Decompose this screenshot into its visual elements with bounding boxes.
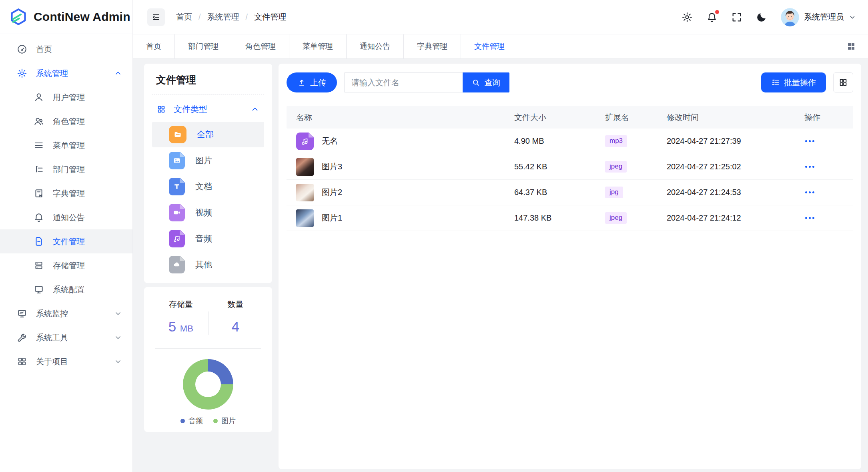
gear-icon (17, 68, 27, 78)
sidebar-item-about-project[interactable]: 关于项目 (0, 349, 132, 374)
tab-label: 部门管理 (188, 41, 219, 52)
search-input[interactable] (344, 72, 463, 92)
count-value: 4 (208, 319, 263, 335)
table-row[interactable]: 无名 4.90 MB mp3 2024-04-27 21:27:39 (287, 129, 853, 154)
monitor-icon (34, 284, 44, 295)
sidebar-item-user-management[interactable]: 用户管理 (0, 85, 132, 109)
col-header-size: 文件大小 (514, 112, 605, 123)
tab-home[interactable]: 首页 (133, 34, 175, 58)
top-header: 首页 / 系统管理 / 文件管理 (133, 0, 868, 34)
menu-lines-icon (34, 140, 44, 151)
sidebar-item-system-tools[interactable]: 系统工具 (0, 325, 132, 349)
sidebar-item-system-monitor[interactable]: 系统监控 (0, 301, 132, 325)
image-thumbnail (296, 209, 314, 227)
tab-file[interactable]: 文件管理 (461, 34, 518, 58)
row-actions-button[interactable] (804, 189, 815, 196)
col-header-name: 名称 (287, 112, 514, 123)
music-file-icon (169, 230, 185, 247)
tab-label: 通知公告 (360, 41, 390, 52)
file-time: 2024-04-27 21:24:53 (667, 188, 804, 197)
sidebar-item-system-config[interactable]: 系统配置 (0, 277, 132, 301)
tab-actions-grid-icon[interactable] (843, 38, 859, 54)
table-row[interactable]: 图片2 64.37 KB jpg 2024-04-27 21:24:53 (287, 180, 853, 205)
storage-stats-card: 存储量 5 MB 数量 4 音频 图片 (144, 287, 272, 432)
user-menu[interactable]: 系统管理员 (781, 8, 856, 26)
dark-mode-moon-icon[interactable] (756, 12, 767, 23)
file-type-other[interactable]: 其他 (152, 252, 264, 277)
tab-dept[interactable]: 部门管理 (175, 34, 232, 58)
panel-title: 文件管理 (152, 73, 264, 86)
search-icon (472, 78, 480, 87)
upload-button[interactable]: 上传 (287, 72, 337, 92)
file-type-tree-header[interactable]: 文件类型 (152, 99, 264, 121)
logo[interactable]: ContiNew Admin (0, 0, 132, 34)
tab-role[interactable]: 角色管理 (232, 34, 289, 58)
breadcrumb-system[interactable]: 系统管理 (207, 12, 239, 22)
ext-tag: jpeg (605, 161, 627, 172)
avatar (781, 8, 799, 26)
tab-menu[interactable]: 菜单管理 (289, 34, 347, 58)
legend-audio[interactable]: 音频 (180, 416, 203, 426)
tab-notice[interactable]: 通知公告 (347, 34, 404, 58)
sidebar-item-label: 角色管理 (53, 116, 85, 127)
app-title: ContiNew Admin (34, 10, 130, 24)
file-type-doc[interactable]: 文档 (152, 174, 264, 199)
sidebar-item-label: 部门管理 (53, 164, 85, 175)
settings-gear-icon[interactable] (682, 12, 693, 23)
sidebar-item-label: 系统监控 (36, 308, 68, 319)
table-row[interactable]: 图片1 147.38 KB jpeg 2024-04-27 21:24:12 (287, 205, 853, 231)
chevron-down-icon (114, 333, 122, 341)
chevron-down-icon (849, 14, 856, 21)
table-header: 名称 文件大小 扩展名 修改时间 操作 (287, 106, 853, 129)
query-button[interactable]: 查询 (463, 72, 509, 92)
sidebar-nav: 首页 系统管理 用户管理 角色管理 菜单管理 (0, 34, 132, 374)
tab-dict[interactable]: 字典管理 (404, 34, 461, 58)
notification-bell-icon[interactable] (706, 12, 718, 23)
sidebar-collapse-button[interactable] (147, 8, 165, 26)
sidebar-item-home[interactable]: 首页 (0, 37, 132, 61)
row-actions-button[interactable] (804, 215, 815, 221)
sidebar-item-dict-management[interactable]: 字典管理 (0, 181, 132, 205)
sidebar-item-label: 通知公告 (53, 212, 85, 223)
search-group: 查询 (344, 72, 509, 92)
legend-image[interactable]: 图片 (213, 416, 236, 426)
sidebar-item-label: 系统配置 (53, 284, 85, 295)
sidebar-item-notice[interactable]: 通知公告 (0, 205, 132, 229)
grid-view-toggle-button[interactable] (833, 72, 853, 92)
file-size: 4.90 MB (514, 137, 605, 146)
file-type-image[interactable]: 图片 (152, 148, 264, 173)
sidebar-item-file-management[interactable]: 文件管理 (0, 229, 132, 253)
row-actions-button[interactable] (804, 138, 815, 145)
file-type-all[interactable]: 全部 (152, 122, 264, 147)
tab-label: 字典管理 (417, 41, 447, 52)
brand-hexagon-icon (10, 8, 27, 26)
sidebar-item-dept-management[interactable]: 部门管理 (0, 157, 132, 181)
table-row[interactable]: 图片3 55.42 KB jpeg 2024-04-27 21:25:02 (287, 154, 853, 180)
file-type-audio[interactable]: 音频 (152, 226, 264, 251)
file-time: 2024-04-27 21:24:12 (667, 213, 804, 223)
cloud-file-icon (169, 256, 185, 273)
batch-actions-button[interactable]: 批量操作 (761, 72, 826, 92)
sidebar-item-role-management[interactable]: 角色管理 (0, 109, 132, 133)
count-stat: 数量 4 (208, 299, 263, 335)
sidebar-item-menu-management[interactable]: 菜单管理 (0, 133, 132, 157)
tab-label: 首页 (146, 41, 161, 52)
sidebar-item-storage-management[interactable]: 存储管理 (0, 253, 132, 277)
divider (152, 94, 264, 95)
file-type-label: 音频 (195, 233, 212, 244)
sidebar-item-system-management[interactable]: 系统管理 (0, 61, 132, 85)
menu-fold-icon (151, 12, 161, 22)
file-type-video[interactable]: 视频 (152, 200, 264, 225)
file-time: 2024-04-27 21:27:39 (667, 137, 804, 146)
chevron-down-icon (114, 309, 122, 317)
file-type-panel: 文件管理 文件类型 全部 (144, 64, 272, 283)
breadcrumb-home[interactable]: 首页 (176, 12, 192, 22)
row-actions-button[interactable] (804, 163, 815, 170)
sidebar-item-label: 系统管理 (36, 68, 68, 79)
fullscreen-icon[interactable] (731, 12, 742, 23)
breadcrumb-separator: / (198, 12, 201, 22)
folder-icon (169, 126, 186, 143)
dashboard-icon (17, 44, 27, 54)
image-thumbnail (296, 184, 314, 201)
col-header-actions: 操作 (804, 112, 853, 123)
